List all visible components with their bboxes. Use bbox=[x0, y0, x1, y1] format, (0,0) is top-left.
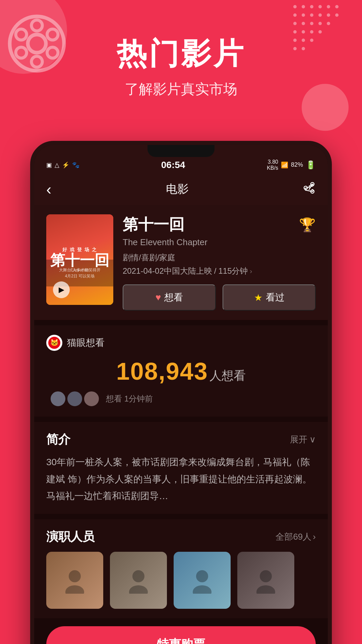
cast-photo-2 bbox=[110, 552, 167, 609]
watched-button[interactable]: ★ 看过 bbox=[223, 284, 316, 311]
hero-section: 热门影片 了解影片真实市场 bbox=[0, 0, 362, 141]
cast-item-2[interactable] bbox=[110, 552, 167, 609]
description-text: 30年前一桩杀人案，被市话剧团拿来改编成舞台剧，马福礼（陈建斌 饰）作为杀人案的… bbox=[46, 454, 316, 504]
svg-point-16 bbox=[310, 13, 313, 17]
svg-point-15 bbox=[302, 13, 305, 17]
nav-bar: ‹ 电影 bbox=[34, 173, 328, 205]
svg-point-19 bbox=[335, 13, 339, 17]
heart-icon: ♥ bbox=[156, 292, 161, 303]
cast-item-3[interactable] bbox=[174, 552, 231, 609]
avatar-1 bbox=[50, 390, 66, 407]
svg-point-28 bbox=[318, 30, 322, 34]
trophy-icon: 🏆 bbox=[299, 217, 316, 233]
watched-label: 看过 bbox=[266, 291, 285, 304]
action-buttons: ♥ 想看 ★ 看过 bbox=[123, 284, 316, 311]
status-right-icons: 3.80KB/s 📶 82% 🔋 bbox=[267, 159, 316, 171]
svg-point-46 bbox=[256, 585, 275, 594]
movie-duration: 115分钟 bbox=[218, 266, 248, 276]
movie-poster[interactable]: 好 戏 登 场 之 第十一回 Eleventh 大舞台 人多才能笑得开4月2日 … bbox=[46, 214, 113, 305]
svg-point-21 bbox=[302, 22, 305, 25]
svg-point-13 bbox=[335, 5, 339, 8]
cast-item-4[interactable] bbox=[237, 552, 294, 609]
hero-subtitle: 了解影片真实市场 bbox=[20, 80, 342, 99]
desc-section-title: 简介 bbox=[46, 431, 70, 448]
battery-icon: 🔋 bbox=[306, 160, 316, 170]
nav-title: 电影 bbox=[166, 181, 189, 197]
network-speed: 3.80KB/s bbox=[267, 159, 278, 171]
svg-point-24 bbox=[327, 22, 330, 25]
svg-point-9 bbox=[302, 5, 305, 8]
app-icon: 🐾 bbox=[72, 161, 79, 169]
svg-point-12 bbox=[327, 5, 330, 8]
meta-arrow-icon: › bbox=[250, 267, 252, 275]
svg-point-17 bbox=[318, 13, 322, 17]
user-avatars-row: 想看 1分钟前 bbox=[46, 390, 316, 407]
svg-point-11 bbox=[318, 5, 322, 8]
movie-info-section: 好 戏 登 场 之 第十一回 Eleventh 大舞台 人多才能笑得开4月2日 … bbox=[34, 205, 328, 320]
duration-separator: / bbox=[214, 266, 217, 276]
want-count-suffix: 人想看 bbox=[209, 369, 246, 382]
sim-icon: ▣ bbox=[46, 161, 52, 169]
maoyan-section: 🐱 猫眼想看 108,943 人想看 想看 1分钟前 bbox=[34, 325, 328, 417]
desc-section-header: 简介 展开 ∨ bbox=[46, 431, 316, 448]
battery-percent: 82% bbox=[291, 161, 303, 168]
cast-photo-3 bbox=[174, 552, 231, 609]
release-date: 2021-04-02中国大陆上映 bbox=[123, 266, 212, 276]
cast-section-title: 演职人员 bbox=[46, 529, 95, 545]
avatar-2 bbox=[66, 390, 83, 407]
want-count-number: 108,943 bbox=[116, 358, 208, 385]
wifi-icon: 📶 bbox=[281, 161, 288, 169]
phone-wrapper: ▣ △ ⚡ 🐾 06:54 3.80KB/s 📶 82% 🔋 ‹ 电影 bbox=[0, 141, 362, 644]
buy-ticket-button[interactable]: 特惠购票 bbox=[46, 626, 316, 644]
movie-genre: 剧情/喜剧/家庭 bbox=[123, 252, 316, 263]
movie-title-row: 第十一回 🏆 bbox=[123, 214, 316, 235]
movie-details: 第十一回 🏆 The Eleventh Chapter 剧情/喜剧/家庭 202… bbox=[123, 214, 316, 311]
maoyan-label: 猫眼想看 bbox=[67, 336, 105, 349]
movie-meta: 2021-04-02中国大陆上映 / 115分钟 › bbox=[123, 266, 316, 276]
svg-text:🐱: 🐱 bbox=[50, 338, 59, 346]
cast-item-1[interactable] bbox=[46, 552, 103, 609]
svg-point-20 bbox=[293, 22, 297, 25]
want-label: 想看 bbox=[164, 291, 183, 304]
expand-button[interactable]: 展开 ∨ bbox=[290, 434, 316, 445]
description-section: 简介 展开 ∨ 30年前一桩杀人案，被市话剧团拿来改编成舞台剧，马福礼（陈建斌 … bbox=[34, 422, 328, 514]
svg-point-45 bbox=[260, 570, 272, 582]
phone-frame: ▣ △ ⚡ 🐾 06:54 3.80KB/s 📶 82% 🔋 ‹ 电影 bbox=[30, 141, 332, 644]
svg-point-25 bbox=[293, 30, 297, 34]
cast-all-button[interactable]: 全部69人 › bbox=[276, 531, 316, 543]
cast-photo-1 bbox=[46, 552, 103, 609]
cast-total-label: 全部69人 bbox=[276, 531, 311, 543]
phone-notch bbox=[147, 145, 215, 157]
svg-point-42 bbox=[129, 585, 148, 594]
poster-play-button[interactable]: ▶ bbox=[53, 281, 70, 298]
svg-point-26 bbox=[302, 30, 305, 34]
svg-point-8 bbox=[293, 5, 297, 8]
maoyan-header: 🐱 猫眼想看 bbox=[46, 335, 316, 351]
want-to-see-button[interactable]: ♥ 想看 bbox=[123, 284, 216, 311]
cast-section: 演职人员 全部69人 › bbox=[34, 519, 328, 618]
svg-point-40 bbox=[65, 585, 84, 594]
svg-point-44 bbox=[193, 585, 212, 594]
bolt-icon: ⚡ bbox=[62, 161, 69, 169]
svg-point-22 bbox=[310, 22, 313, 25]
svg-point-18 bbox=[327, 13, 330, 17]
hero-title: 热门影片 bbox=[20, 34, 342, 74]
status-left-icons: ▣ △ ⚡ 🐾 bbox=[46, 161, 79, 169]
back-button[interactable]: ‹ bbox=[46, 180, 51, 198]
expand-label: 展开 bbox=[290, 434, 307, 445]
want-count-row: 108,943 人想看 bbox=[46, 358, 316, 385]
svg-point-10 bbox=[310, 5, 313, 8]
svg-point-39 bbox=[69, 570, 81, 582]
chevron-down-icon: ∨ bbox=[309, 434, 316, 445]
maoyan-logo: 🐱 bbox=[46, 335, 62, 351]
movie-title-en: The Eleventh Chapter bbox=[123, 237, 316, 248]
movie-title-cn: 第十一回 bbox=[123, 214, 184, 235]
svg-point-27 bbox=[310, 30, 313, 34]
cast-arrow-icon: › bbox=[313, 532, 316, 542]
cast-section-header: 演职人员 全部69人 › bbox=[46, 529, 316, 545]
star-icon: ★ bbox=[254, 292, 262, 303]
svg-point-14 bbox=[293, 13, 297, 17]
svg-point-2 bbox=[32, 20, 42, 31]
svg-point-23 bbox=[318, 22, 322, 25]
share-button[interactable] bbox=[303, 181, 316, 197]
